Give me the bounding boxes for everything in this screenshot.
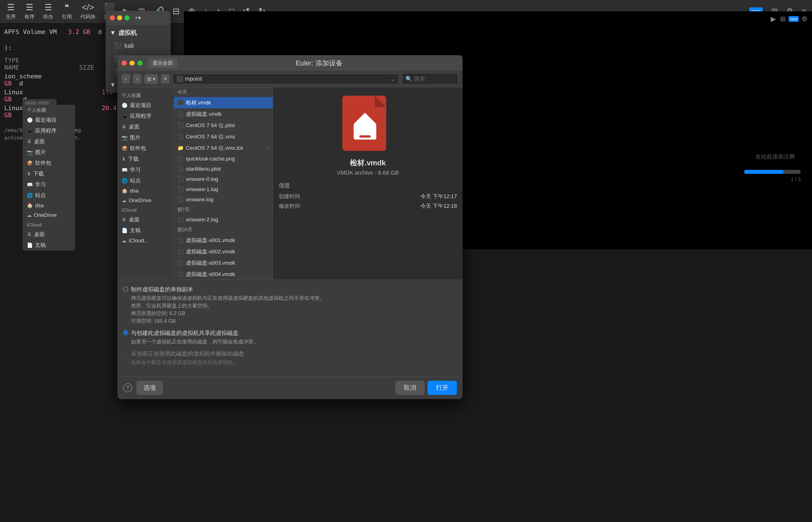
file-vmware2[interactable]: ⬛ vmware-2.log bbox=[174, 215, 273, 225]
fb-desktop-label: 桌面 bbox=[129, 123, 140, 130]
fb-site[interactable]: 🌐 站点 bbox=[118, 175, 174, 186]
option3: 从当前正在使用此磁盘的虚拟机中移除此磁盘 这样会中断正在使用该虚拟硬盘的其他虚拟… bbox=[123, 350, 457, 366]
toolbar-unordered[interactable]: ☰ 无序 bbox=[6, 2, 16, 20]
toolbar-code[interactable]: </> 代码块 bbox=[80, 3, 96, 20]
vm-item-kali[interactable]: ⬛ kali bbox=[106, 39, 171, 53]
option3-radio[interactable] bbox=[123, 351, 128, 356]
open-btn[interactable]: 打开 bbox=[428, 381, 457, 395]
show-all-btn[interactable]: 显示全部 bbox=[148, 58, 177, 68]
toolbar-ordered[interactable]: ☰ 有序 bbox=[24, 2, 35, 20]
file-jicai-vmdk[interactable]: ⬛ 检材.vmdk bbox=[174, 97, 273, 108]
euler-tl-green[interactable] bbox=[138, 61, 143, 66]
vm-grid-btn[interactable]: ⊞ bbox=[778, 14, 787, 24]
fb-dsa-icon: 🏠 bbox=[122, 188, 128, 194]
option1-radio[interactable] bbox=[123, 286, 128, 292]
software-icon: 📦 bbox=[27, 160, 33, 166]
sidebar-site[interactable]: 🌐 站点 bbox=[23, 190, 75, 201]
search-placeholder: 搜索 bbox=[414, 75, 425, 83]
file-vmware-log[interactable]: ⬛ vmware.log bbox=[174, 195, 273, 205]
vm-new-badge: new bbox=[789, 16, 799, 22]
fb-photos[interactable]: 📷 图片 bbox=[118, 132, 174, 143]
tl-red[interactable] bbox=[110, 15, 115, 20]
toolbar-minus[interactable]: ⊟ bbox=[172, 6, 180, 16]
euler-tl-red[interactable] bbox=[122, 61, 127, 66]
option2-radio[interactable] bbox=[123, 330, 128, 335]
sidebar-apps[interactable]: 📱 应用程序 bbox=[23, 125, 75, 136]
tl-yellow[interactable] bbox=[117, 15, 122, 20]
quicklook-label: quicklook-cache.png bbox=[186, 156, 235, 162]
fb-study[interactable]: 📖 学习 bbox=[118, 164, 174, 175]
file-s003[interactable]: ⬛ 虚拟磁盘-s003.vmdk bbox=[174, 257, 273, 269]
euler-list-view-btn[interactable]: ≡ bbox=[161, 74, 170, 83]
euler-forward-btn[interactable]: › bbox=[133, 74, 142, 83]
sidebar-study[interactable]: 📖 学习 bbox=[23, 179, 75, 190]
file-s004[interactable]: ⬛ 虚拟磁盘-s004.vmdk bbox=[174, 269, 273, 280]
option1-label: 制作虚拟磁盘的单独副本 bbox=[131, 286, 325, 293]
shared-group-arrow: ▼ bbox=[110, 81, 116, 88]
file-vmware1[interactable]: ⬛ vmware-1.log bbox=[174, 184, 273, 195]
help-btn[interactable]: ? bbox=[123, 383, 132, 393]
fb-dsa[interactable]: 🏠 dsa bbox=[118, 186, 174, 196]
sidebar-icloud-docs[interactable]: 📄 文稿 bbox=[23, 240, 75, 250]
fb-icloud-docs[interactable]: 📄 文稿 bbox=[118, 225, 174, 236]
fb-apps[interactable]: 📱 应用程序 bbox=[118, 111, 174, 121]
file-centos-vmx-lck[interactable]: 📁 CentOS 7 64 位.vmx.lck › bbox=[174, 142, 273, 154]
vmwarelog-icon: ⬛ bbox=[178, 197, 184, 203]
sidebar-download[interactable]: ⬇ 下载 bbox=[23, 168, 75, 179]
file-s001[interactable]: ⬛ 虚拟磁盘-s001.vmdk bbox=[174, 235, 273, 246]
file-quicklook[interactable]: ⬛ quicklook-cache.png bbox=[174, 154, 273, 164]
minus-icon: ⊟ bbox=[172, 6, 180, 16]
file-vmware0[interactable]: ⬛ vmware-0.log bbox=[174, 174, 273, 184]
file-xncp-vmdk[interactable]: ⬛ 虚拟磁盘.vmdk bbox=[174, 108, 273, 120]
sidebar-software[interactable]: 📦 软件包 bbox=[23, 158, 75, 168]
option3-label: 从当前正在使用此磁盘的虚拟机中移除此磁盘 bbox=[131, 350, 244, 358]
fb-software[interactable]: 📦 软件包 bbox=[118, 143, 174, 154]
fb-recent[interactable]: 🕐 最近项目 bbox=[118, 100, 174, 111]
tl-green[interactable] bbox=[124, 15, 130, 20]
file-centos-plist[interactable]: ⬛ CentOS 7 64 位.plist bbox=[174, 120, 273, 131]
euler-dialog: 显示全部 Euler: 添加设备 ‹ › ⊞ ▾ ≡ ⬛ mpoint ⌄ 🔍 … bbox=[118, 55, 463, 399]
site-icon: 🌐 bbox=[27, 193, 33, 198]
sidebar-photos[interactable]: 📷 图片 bbox=[23, 147, 75, 158]
file-startmenu[interactable]: ⬛ startMenu.plist bbox=[174, 164, 273, 174]
fb-sidebar: 个人收藏 🕐 最近项目 📱 应用程序 🖥 桌面 📷 图片 📦 软件包 bbox=[118, 87, 174, 280]
options-btn[interactable]: 选项 bbox=[137, 381, 163, 395]
vm-play-btn[interactable]: ▶ bbox=[769, 14, 777, 24]
sidebar-desktop[interactable]: 🖥 桌面 bbox=[23, 136, 75, 147]
progress-bar-fill bbox=[744, 170, 784, 174]
fb-download[interactable]: ⬇ 下载 bbox=[118, 154, 174, 164]
sidebar-recent[interactable]: 🕐 最近项目 bbox=[23, 115, 75, 125]
euler-grid-view-btn[interactable]: ⊞ ▾ bbox=[144, 74, 158, 84]
sidebar-icloud-desktop[interactable]: 🖥 桌面 bbox=[23, 229, 75, 240]
fb-onedrive-label: OneDrive bbox=[129, 197, 151, 203]
icloud-docs-icon: 📄 bbox=[27, 242, 33, 248]
ordered-icon: ☰ bbox=[26, 2, 34, 12]
euler-location-bar[interactable]: ⬛ mpoint ⌄ bbox=[172, 74, 399, 84]
vm-group-virtual: ▼ 虚拟机 bbox=[106, 26, 171, 39]
icloud-docs-label: 文稿 bbox=[35, 241, 46, 249]
euler-tl-yellow[interactable] bbox=[130, 61, 135, 66]
fb-site-label: 站点 bbox=[130, 177, 141, 184]
toolbar-todo[interactable]: ☰ 待办 bbox=[43, 2, 53, 20]
fb-apps-icon: 📱 bbox=[122, 113, 128, 119]
fb-onedrive[interactable]: ☁ OneDrive bbox=[118, 196, 174, 205]
sidebar-dsa[interactable]: 🏠 dsa bbox=[23, 201, 75, 210]
fb-photos-label: 图片 bbox=[130, 134, 141, 141]
study-label: 学习 bbox=[35, 181, 46, 188]
personal-section-label: 个人收藏 bbox=[23, 105, 75, 115]
dsa-label: dsa bbox=[35, 202, 44, 208]
file-s002[interactable]: ⬛ 虚拟磁盘-s002.vmdk bbox=[174, 246, 273, 257]
fb-desktop[interactable]: 🖥 桌面 bbox=[118, 121, 174, 132]
fb-icloud-desktop[interactable]: 🖥 桌面 bbox=[118, 214, 174, 225]
vmwarelog-label: vmware.log bbox=[186, 197, 213, 203]
add-vm-btn[interactable]: +▾ bbox=[135, 15, 141, 21]
euler-back-btn[interactable]: ‹ bbox=[122, 74, 130, 83]
euler-search-box[interactable]: 🔍 搜索 bbox=[402, 73, 458, 85]
toolbar-quote[interactable]: ❝ 引用 bbox=[62, 2, 72, 20]
vm-settings-btn[interactable]: ⚙ bbox=[800, 14, 809, 24]
euler-titlebar: 显示全部 Euler: 添加设备 bbox=[118, 55, 463, 71]
file-centos-vmx[interactable]: ⬛ CentOS 7 64 位.vmx bbox=[174, 131, 273, 142]
sidebar-onedrive[interactable]: ☁ OneDrive bbox=[23, 210, 75, 220]
fb-icloud-drive[interactable]: ☁ iCloud... bbox=[118, 236, 174, 245]
cancel-btn[interactable]: 取消 bbox=[395, 381, 425, 395]
